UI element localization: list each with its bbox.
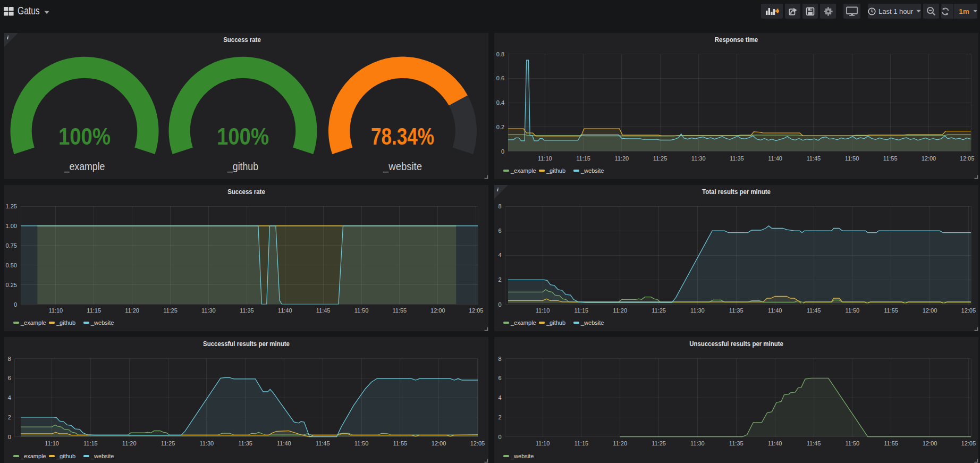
svg-text:_github: _github (546, 319, 565, 326)
svg-text:_website: _website (383, 161, 422, 173)
svg-text:_website: _website (510, 453, 534, 459)
svg-text:2: 2 (498, 276, 501, 283)
svg-text:8: 8 (498, 356, 501, 362)
svg-text:11:30: 11:30 (201, 307, 216, 314)
svg-text:11:40: 11:40 (768, 440, 782, 447)
svg-text:100%: 100% (58, 123, 111, 149)
svg-text:_github: _github (546, 167, 565, 174)
svg-text:11:40: 11:40 (768, 307, 782, 314)
svg-text:11:55: 11:55 (393, 440, 407, 447)
svg-text:11:20: 11:20 (614, 155, 629, 162)
svg-text:11:15: 11:15 (576, 155, 590, 162)
svg-text:12:05: 12:05 (469, 307, 484, 314)
svg-text:_example: _example (510, 167, 536, 174)
svg-text:0: 0 (8, 434, 11, 440)
svg-text:0.2: 0.2 (496, 124, 504, 130)
svg-text:11:55: 11:55 (884, 307, 898, 314)
svg-text:11:40: 11:40 (768, 155, 782, 162)
svg-text:8: 8 (8, 356, 11, 362)
svg-text:0: 0 (501, 148, 504, 155)
svg-text:12:05: 12:05 (961, 307, 976, 314)
svg-text:11:25: 11:25 (652, 307, 666, 314)
svg-text:11:20: 11:20 (613, 307, 627, 314)
svg-text:_example: _example (510, 319, 536, 326)
svg-text:6: 6 (8, 375, 11, 381)
svg-text:100%: 100% (217, 123, 269, 149)
svg-text:8: 8 (498, 203, 501, 209)
svg-text:11:25: 11:25 (652, 440, 666, 447)
svg-text:_website: _website (580, 167, 604, 174)
svg-text:11:45: 11:45 (807, 440, 821, 447)
svg-text:12:00: 12:00 (430, 307, 445, 314)
svg-text:11:45: 11:45 (316, 440, 330, 447)
svg-text:78.34%: 78.34% (371, 123, 434, 149)
svg-text:11:50: 11:50 (845, 155, 859, 162)
svg-text:4: 4 (498, 252, 501, 258)
svg-text:11:20: 11:20 (613, 440, 627, 447)
svg-text:11:55: 11:55 (883, 155, 898, 162)
svg-text:0.25: 0.25 (6, 282, 17, 288)
svg-text:12:05: 12:05 (961, 440, 976, 447)
svg-text:11:40: 11:40 (277, 440, 291, 447)
svg-text:11:20: 11:20 (122, 440, 137, 447)
svg-text:11:25: 11:25 (653, 155, 668, 162)
svg-text:4: 4 (8, 394, 11, 401)
svg-text:1.25: 1.25 (6, 203, 17, 209)
svg-text:_website: _website (90, 319, 114, 326)
svg-text:11:55: 11:55 (884, 440, 898, 447)
svg-text:11:35: 11:35 (238, 440, 252, 447)
svg-text:11:30: 11:30 (690, 440, 705, 447)
svg-text:2: 2 (498, 414, 501, 420)
svg-text:12:05: 12:05 (470, 440, 485, 447)
svg-text:11:15: 11:15 (83, 440, 98, 447)
svg-text:11:45: 11:45 (806, 155, 821, 162)
svg-text:0.6: 0.6 (496, 75, 504, 81)
svg-text:11:15: 11:15 (574, 440, 588, 447)
svg-text:_website: _website (580, 319, 604, 326)
svg-text:11:50: 11:50 (845, 440, 859, 447)
svg-text:11:25: 11:25 (163, 307, 178, 314)
svg-text:0.8: 0.8 (496, 51, 504, 57)
svg-text:_github: _github (227, 161, 258, 173)
svg-text:11:35: 11:35 (729, 307, 744, 314)
svg-text:11:45: 11:45 (316, 307, 331, 314)
svg-text:11:10: 11:10 (538, 155, 552, 162)
svg-text:_example: _example (64, 161, 105, 173)
svg-text:11:35: 11:35 (730, 155, 744, 162)
svg-text:11:50: 11:50 (354, 307, 369, 314)
svg-text:11:10: 11:10 (48, 307, 63, 314)
svg-text:12:00: 12:00 (923, 307, 937, 314)
svg-text:2: 2 (8, 414, 11, 420)
svg-text:0: 0 (498, 301, 501, 308)
svg-text:11:55: 11:55 (393, 307, 407, 314)
svg-text:0.4: 0.4 (496, 99, 504, 106)
svg-text:_example: _example (20, 453, 46, 459)
svg-text:_example: _example (20, 319, 46, 326)
svg-text:11:50: 11:50 (845, 307, 859, 314)
svg-text:11:30: 11:30 (199, 440, 214, 447)
svg-text:4: 4 (498, 394, 501, 401)
svg-text:12:00: 12:00 (432, 440, 446, 447)
svg-text:_github: _github (56, 453, 75, 459)
svg-text:_github: _github (56, 319, 75, 326)
svg-text:12:00: 12:00 (923, 440, 937, 447)
svg-text:11:10: 11:10 (536, 307, 550, 314)
svg-text:11:30: 11:30 (691, 155, 706, 162)
svg-text:0.75: 0.75 (6, 242, 17, 249)
svg-text:11:20: 11:20 (125, 307, 139, 314)
svg-text:11:40: 11:40 (278, 307, 292, 314)
svg-text:_website: _website (90, 453, 114, 459)
svg-text:0: 0 (14, 301, 17, 308)
svg-text:0.50: 0.50 (6, 262, 17, 268)
svg-text:11:45: 11:45 (807, 307, 821, 314)
svg-text:11:15: 11:15 (87, 307, 101, 314)
svg-text:0: 0 (498, 434, 501, 440)
svg-text:11:15: 11:15 (574, 307, 588, 314)
svg-text:6: 6 (498, 228, 501, 234)
svg-text:11:30: 11:30 (690, 307, 705, 314)
svg-text:11:35: 11:35 (240, 307, 254, 314)
svg-text:11:10: 11:10 (536, 440, 550, 447)
svg-text:12:00: 12:00 (922, 155, 936, 162)
svg-text:11:25: 11:25 (161, 440, 175, 447)
svg-text:11:35: 11:35 (729, 440, 744, 447)
